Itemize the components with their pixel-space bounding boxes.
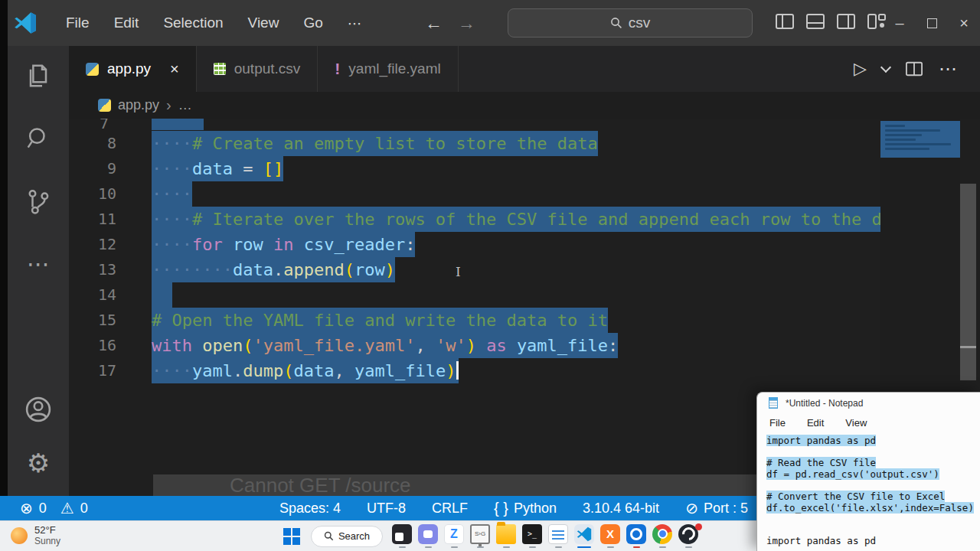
statusbar-item-crlf[interactable]: CRLF [432,500,468,517]
token-ws: ···· [152,235,192,254]
breadcrumb-more[interactable]: … [178,97,192,113]
notepad-line[interactable] [766,514,980,525]
notepad-menu-edit[interactable]: Edit [807,417,824,429]
run-python-file-icon[interactable]: ▷ [854,59,867,79]
notepad-line[interactable]: df.to_excel('file.xlsx',index=False) [766,503,980,514]
code-line[interactable]: 17····yaml.dump(data, yaml_file) [69,358,880,383]
warnings-count: 0 [80,500,88,517]
menu-item-view[interactable]: View [236,10,292,37]
toggle-secondary-sidebar-icon[interactable] [836,12,856,31]
line-number: 17 [69,358,116,383]
tab-yaml_file-yaml[interactable]: !yaml_file.yaml [318,46,458,92]
code-line[interactable]: 15# Open the YAML file and write the dat… [69,308,880,333]
taskbar-icon-vscode[interactable] [571,522,597,551]
notepad-line[interactable]: import pandas as pd [766,536,980,547]
code-line[interactable]: 12····for row in csv_reader: [69,232,880,257]
token-br: ( [243,336,253,355]
code-line[interactable]: 10···· [69,181,880,207]
code-line[interactable]: 11····# Iterate over the rows of the CSV… [69,207,880,232]
notepad-line[interactable]: # Convert the CSV file to Excel [766,491,980,503]
statusbar-item-python[interactable]: { }Python [494,500,557,517]
code-text: ····data = [] [152,156,283,181]
split-editor-icon[interactable] [905,60,923,77]
statusbar-item-utf-8[interactable]: UTF-8 [367,500,406,517]
statusbar-item-spaces-4[interactable]: Spaces: 4 [279,500,341,517]
statusbar-item-3-10-4-64-bit[interactable]: 3.10.4 64-bit [583,500,659,517]
notepad-line[interactable]: df = pd.read_csv('output.csv') [766,469,980,481]
code-line[interactable]: 16with open('yaml_file.yaml', 'w') as ya… [69,333,880,358]
more-actions-icon[interactable]: ⋯ [939,58,959,80]
notepad-window[interactable]: *Untitled - Notepad FileEditView import … [756,392,980,551]
notepad-menu-view[interactable]: View [845,417,867,429]
editor-tabbar: app.py×output.csv!yaml_file.yaml ▷ ⋯ [69,46,980,92]
token-str: 'yaml_file.yaml' [253,336,415,355]
command-center-search[interactable]: csv [508,8,753,37]
restore-button[interactable] [916,15,948,32]
taskbar-icon-media-app[interactable] [623,522,649,551]
taskbar-icon-screen-share[interactable]: S›G [467,522,493,551]
menu-item-file[interactable]: File [54,10,102,37]
taskbar-search[interactable]: Search [311,526,383,547]
weather-widget[interactable]: 52°F Sunny [11,525,60,547]
scrollbar[interactable] [960,184,976,380]
notepad-line[interactable]: # Read the CSV file [766,458,980,469]
toggle-sidebar-icon[interactable] [775,12,795,31]
back-arrow-icon[interactable]: ← [425,13,443,34]
notepad-content[interactable]: import pandas as pd# Read the CSV filedf… [757,432,980,547]
statusbar-item-port-5[interactable]: ⊘Port : 5 [685,499,748,517]
taskbar-icon-chrome[interactable] [649,522,675,551]
code-text: ····yaml.dump(data, yaml_file) [152,358,459,383]
chevron-right-icon: › [166,96,172,114]
taskbar-icon-task-view[interactable] [389,522,415,551]
menu-item-more[interactable]: ⋯ [335,10,374,37]
close-button[interactable]: × [948,15,980,32]
forward-arrow-icon[interactable]: → [458,13,475,34]
code-line[interactable]: 8····# Create an empty list to store the… [69,131,880,156]
notepad-line[interactable] [766,525,980,536]
notepad-line[interactable] [766,447,980,458]
code-line[interactable]: 13········data.append(row) [69,257,880,282]
search-sidebar-icon[interactable] [21,121,56,156]
taskbar-icon-notes[interactable] [545,522,571,551]
notepad-menu-file[interactable]: File [769,417,786,429]
breadcrumb-file[interactable]: app.py [118,97,159,113]
running-indicator [555,546,562,549]
code-line[interactable]: 9····data = [] [69,156,880,181]
taskbar-icon-file-explorer[interactable] [493,522,519,551]
toggle-panel-icon[interactable] [805,12,825,31]
code-line[interactable]: 14 [69,282,880,308]
tab-app-py[interactable]: app.py× [69,46,197,92]
menu-item-edit[interactable]: Edit [102,10,152,37]
close-tab-icon[interactable]: × [170,60,179,78]
taskbar-icon-obs[interactable] [675,522,701,551]
menu-item-go[interactable]: Go [291,10,335,37]
settings-gear-icon[interactable]: ⚙ [21,445,56,481]
problems-indicator[interactable]: ⊗ 0 ⚠ 0 [20,500,88,517]
taskbar-icon-teams[interactable] [415,522,441,551]
taskbar-icon-zoom-app[interactable]: Z [441,522,467,551]
menu-item-selection[interactable]: Selection [151,10,235,37]
tab-output-csv[interactable]: output.csv [197,46,318,92]
more-views-icon[interactable]: ⋯ [21,246,56,282]
statusbar-item-label: 3.10.4 64-bit [583,500,659,517]
breadcrumb[interactable]: app.py › … [69,92,980,119]
token-ws: ········ [152,260,233,279]
line-number: 15 [69,308,116,333]
code-text: # Open the YAML file and write the data … [152,308,608,333]
explorer-icon[interactable] [21,58,56,93]
minimize-button[interactable]: – [884,15,916,32]
xampp-icon: X [600,524,620,544]
taskbar-center: Search ZS›G>_X [279,521,701,551]
run-dropdown-chevron-icon[interactable] [880,62,891,73]
start-button[interactable] [279,522,305,551]
notepad-line[interactable]: import pandas as pd [766,435,980,447]
notepad-line[interactable] [766,480,980,491]
code-text: ········data.append(row) [152,257,395,282]
taskbar-icon-xampp[interactable]: X [597,522,623,551]
taskbar-icon-terminal[interactable]: >_ [519,522,545,551]
python-icon [86,63,99,76]
accounts-icon[interactable] [21,392,56,427]
source-control-icon[interactable] [21,184,56,219]
file-explorer-icon [496,524,516,544]
vscode-icon [574,524,594,544]
